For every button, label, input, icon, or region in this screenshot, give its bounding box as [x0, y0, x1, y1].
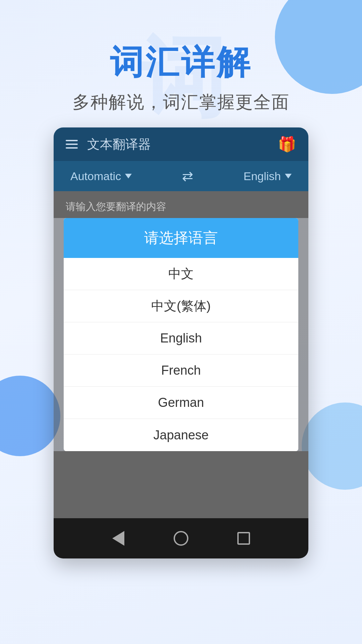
language-selector-bar: Automatic ⇄ English — [54, 161, 308, 191]
source-language-dropdown-arrow — [125, 174, 132, 178]
language-label-fr: French — [161, 363, 201, 378]
language-label-ja: Japanese — [154, 428, 209, 442]
app-title: 文本翻译器 — [87, 136, 151, 153]
dialog-title: 请选择语言 — [64, 228, 298, 248]
dialog-header: 请选择语言 — [64, 218, 298, 258]
nav-back-button[interactable] — [105, 525, 132, 552]
language-label-en: English — [160, 331, 202, 345]
gift-icon[interactable]: 🎁 — [278, 136, 296, 153]
app-toolbar: 文本翻译器 🎁 — [54, 127, 308, 161]
navigation-bar — [54, 518, 308, 558]
language-option-fr[interactable]: French — [64, 355, 298, 387]
nav-recents-icon — [237, 532, 250, 545]
gray-area-below-dialog — [54, 451, 308, 518]
main-title: 词汇详解 — [0, 44, 362, 80]
nav-home-button[interactable] — [168, 525, 194, 552]
decoration-blob-bottom-left — [0, 376, 60, 456]
language-label-de: German — [158, 395, 204, 410]
target-language-button[interactable]: English — [243, 170, 292, 183]
dialog-language-list: 中文 中文(繁体) English French German Japanese — [64, 258, 298, 451]
decoration-blob-bottom-right — [302, 402, 362, 490]
toolbar-left: 文本翻译器 — [66, 136, 151, 153]
header-section: 词汇详解 多种解说，词汇掌握更全面 — [0, 0, 362, 127]
input-area[interactable]: 请输入您要翻译的内容 — [54, 191, 308, 218]
sub-title: 多种解说，词汇掌握更全面 — [0, 91, 362, 114]
phone-mockup: 文本翻译器 🎁 Automatic ⇄ English 请输入您要翻译的内容 请… — [54, 127, 308, 558]
target-language-dropdown-arrow — [285, 174, 292, 178]
language-selection-dialog: 请选择语言 中文 中文(繁体) English French German — [64, 218, 298, 451]
language-label-zh-tw: 中文(繁体) — [151, 298, 210, 315]
language-option-ja[interactable]: Japanese — [64, 419, 298, 451]
language-label-zh: 中文 — [168, 265, 194, 282]
dialog-overlay: 请选择语言 中文 中文(繁体) English French German — [54, 218, 308, 518]
source-language-button[interactable]: Automatic — [70, 170, 132, 183]
nav-recents-button[interactable] — [230, 525, 257, 552]
input-placeholder-text: 请输入您要翻译的内容 — [66, 200, 296, 214]
language-option-de[interactable]: German — [64, 387, 298, 419]
nav-back-icon — [112, 531, 124, 546]
language-option-zh[interactable]: 中文 — [64, 258, 298, 290]
nav-home-icon — [174, 531, 188, 546]
language-option-zh-tw[interactable]: 中文(繁体) — [64, 290, 298, 322]
hamburger-menu-icon[interactable] — [66, 140, 78, 149]
swap-languages-icon[interactable]: ⇄ — [182, 168, 193, 184]
target-language-label: English — [243, 170, 281, 183]
language-option-en[interactable]: English — [64, 322, 298, 355]
source-language-label: Automatic — [70, 170, 121, 183]
